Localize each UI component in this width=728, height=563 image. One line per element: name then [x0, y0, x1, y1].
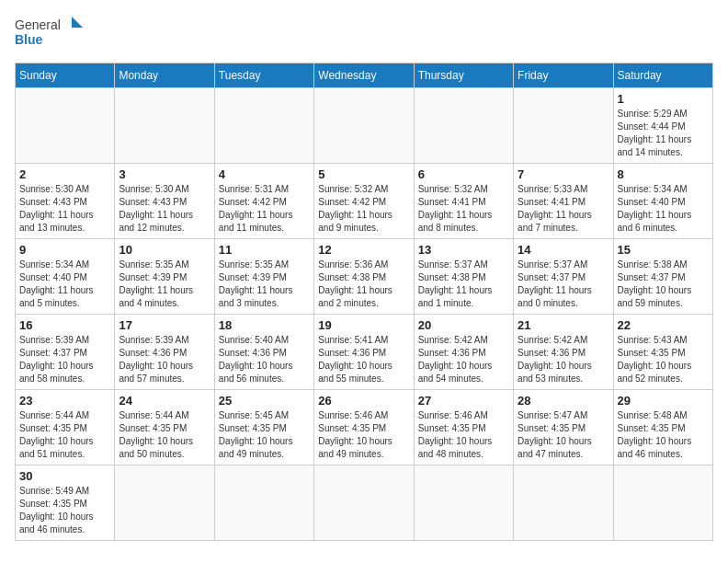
weekday-header-thursday: Thursday	[414, 63, 513, 88]
day-info: Sunrise: 5:44 AM Sunset: 4:35 PM Dayligh…	[19, 409, 110, 461]
calendar-cell: 14Sunrise: 5:37 AM Sunset: 4:37 PM Dayli…	[514, 239, 613, 315]
calendar-cell	[613, 465, 712, 541]
day-number: 24	[119, 394, 210, 408]
day-number: 14	[518, 243, 609, 257]
calendar-cell: 8Sunrise: 5:34 AM Sunset: 4:40 PM Daylig…	[613, 164, 712, 239]
weekday-header-tuesday: Tuesday	[214, 63, 313, 88]
svg-text:Blue: Blue	[15, 32, 43, 47]
day-info: Sunrise: 5:37 AM Sunset: 4:38 PM Dayligh…	[418, 259, 509, 310]
day-number: 7	[518, 167, 609, 181]
day-number: 26	[318, 394, 409, 408]
calendar-cell: 20Sunrise: 5:42 AM Sunset: 4:36 PM Dayli…	[414, 315, 513, 390]
calendar-cell: 30Sunrise: 5:49 AM Sunset: 4:35 PM Dayli…	[16, 465, 115, 541]
calendar-cell	[514, 88, 613, 164]
day-info: Sunrise: 5:31 AM Sunset: 4:42 PM Dayligh…	[219, 183, 310, 235]
weekday-header-friday: Friday	[514, 63, 613, 88]
calendar-cell: 25Sunrise: 5:45 AM Sunset: 4:35 PM Dayli…	[214, 390, 313, 465]
calendar-cell: 4Sunrise: 5:31 AM Sunset: 4:42 PM Daylig…	[214, 164, 313, 239]
calendar-cell	[115, 465, 214, 541]
day-info: Sunrise: 5:39 AM Sunset: 4:36 PM Dayligh…	[119, 334, 210, 385]
day-number: 20	[418, 318, 509, 332]
day-number: 10	[119, 243, 210, 257]
weekday-header-row: SundayMondayTuesdayWednesdayThursdayFrid…	[16, 63, 713, 88]
week-row-2: 2Sunrise: 5:30 AM Sunset: 4:43 PM Daylig…	[16, 164, 713, 239]
day-number: 8	[618, 167, 709, 181]
day-number: 11	[219, 243, 310, 257]
week-row-4: 16Sunrise: 5:39 AM Sunset: 4:37 PM Dayli…	[16, 315, 713, 390]
day-info: Sunrise: 5:47 AM Sunset: 4:35 PM Dayligh…	[518, 409, 609, 461]
day-number: 18	[219, 318, 310, 332]
day-info: Sunrise: 5:35 AM Sunset: 4:39 PM Dayligh…	[219, 259, 310, 310]
day-number: 16	[19, 318, 110, 332]
day-number: 9	[19, 243, 110, 257]
day-info: Sunrise: 5:37 AM Sunset: 4:37 PM Dayligh…	[518, 259, 609, 310]
calendar-cell: 6Sunrise: 5:32 AM Sunset: 4:41 PM Daylig…	[414, 164, 513, 239]
week-row-3: 9Sunrise: 5:34 AM Sunset: 4:40 PM Daylig…	[16, 239, 713, 315]
calendar-cell: 26Sunrise: 5:46 AM Sunset: 4:35 PM Dayli…	[314, 390, 414, 465]
week-row-1: 1Sunrise: 5:29 AM Sunset: 4:44 PM Daylig…	[16, 88, 713, 164]
page-header: General Blue	[15, 15, 713, 53]
day-info: Sunrise: 5:35 AM Sunset: 4:39 PM Dayligh…	[119, 259, 210, 310]
day-info: Sunrise: 5:29 AM Sunset: 4:44 PM Dayligh…	[618, 108, 709, 159]
day-number: 23	[19, 394, 110, 408]
weekday-header-wednesday: Wednesday	[314, 63, 414, 88]
day-info: Sunrise: 5:30 AM Sunset: 4:43 PM Dayligh…	[19, 183, 110, 235]
day-info: Sunrise: 5:33 AM Sunset: 4:41 PM Dayligh…	[518, 183, 609, 235]
calendar-cell: 7Sunrise: 5:33 AM Sunset: 4:41 PM Daylig…	[514, 164, 613, 239]
day-number: 2	[19, 167, 110, 181]
weekday-header-monday: Monday	[115, 63, 214, 88]
generalblue-logo: General Blue	[15, 15, 88, 53]
calendar-cell: 19Sunrise: 5:41 AM Sunset: 4:36 PM Dayli…	[314, 315, 414, 390]
calendar-cell: 5Sunrise: 5:32 AM Sunset: 4:42 PM Daylig…	[314, 164, 414, 239]
day-number: 6	[418, 167, 509, 181]
weekday-header-saturday: Saturday	[613, 63, 712, 88]
calendar-cell: 2Sunrise: 5:30 AM Sunset: 4:43 PM Daylig…	[16, 164, 115, 239]
day-info: Sunrise: 5:38 AM Sunset: 4:37 PM Dayligh…	[618, 259, 709, 310]
svg-text:General: General	[15, 17, 61, 32]
calendar-cell: 10Sunrise: 5:35 AM Sunset: 4:39 PM Dayli…	[115, 239, 214, 315]
day-info: Sunrise: 5:39 AM Sunset: 4:37 PM Dayligh…	[19, 334, 110, 385]
calendar-cell	[16, 88, 115, 164]
day-number: 15	[618, 243, 709, 257]
day-info: Sunrise: 5:32 AM Sunset: 4:41 PM Dayligh…	[418, 183, 509, 235]
calendar-cell: 12Sunrise: 5:36 AM Sunset: 4:38 PM Dayli…	[314, 239, 414, 315]
day-number: 1	[618, 92, 709, 106]
calendar-cell: 13Sunrise: 5:37 AM Sunset: 4:38 PM Dayli…	[414, 239, 513, 315]
day-info: Sunrise: 5:45 AM Sunset: 4:35 PM Dayligh…	[219, 409, 310, 461]
calendar-cell: 22Sunrise: 5:43 AM Sunset: 4:35 PM Dayli…	[613, 315, 712, 390]
calendar-cell: 16Sunrise: 5:39 AM Sunset: 4:37 PM Dayli…	[16, 315, 115, 390]
day-info: Sunrise: 5:41 AM Sunset: 4:36 PM Dayligh…	[318, 334, 409, 385]
day-info: Sunrise: 5:34 AM Sunset: 4:40 PM Dayligh…	[618, 183, 709, 235]
calendar-cell	[314, 465, 414, 541]
calendar-cell: 24Sunrise: 5:44 AM Sunset: 4:35 PM Dayli…	[115, 390, 214, 465]
calendar-cell	[214, 465, 313, 541]
calendar-cell: 27Sunrise: 5:46 AM Sunset: 4:35 PM Dayli…	[414, 390, 513, 465]
day-info: Sunrise: 5:42 AM Sunset: 4:36 PM Dayligh…	[418, 334, 509, 385]
calendar-cell: 28Sunrise: 5:47 AM Sunset: 4:35 PM Dayli…	[514, 390, 613, 465]
calendar-cell	[314, 88, 414, 164]
calendar-cell	[214, 88, 313, 164]
calendar-cell: 29Sunrise: 5:48 AM Sunset: 4:35 PM Dayli…	[613, 390, 712, 465]
calendar-cell	[115, 88, 214, 164]
day-number: 22	[618, 318, 709, 332]
calendar-cell: 1Sunrise: 5:29 AM Sunset: 4:44 PM Daylig…	[613, 88, 712, 164]
day-info: Sunrise: 5:32 AM Sunset: 4:42 PM Dayligh…	[318, 183, 409, 235]
day-info: Sunrise: 5:46 AM Sunset: 4:35 PM Dayligh…	[318, 409, 409, 461]
day-number: 17	[119, 318, 210, 332]
day-info: Sunrise: 5:43 AM Sunset: 4:35 PM Dayligh…	[618, 334, 709, 385]
logo: General Blue	[15, 15, 88, 53]
calendar-cell: 18Sunrise: 5:40 AM Sunset: 4:36 PM Dayli…	[214, 315, 313, 390]
calendar-cell: 3Sunrise: 5:30 AM Sunset: 4:43 PM Daylig…	[115, 164, 214, 239]
day-number: 5	[318, 167, 409, 181]
day-number: 21	[518, 318, 609, 332]
calendar-cell: 11Sunrise: 5:35 AM Sunset: 4:39 PM Dayli…	[214, 239, 313, 315]
day-info: Sunrise: 5:30 AM Sunset: 4:43 PM Dayligh…	[119, 183, 210, 235]
calendar-cell: 21Sunrise: 5:42 AM Sunset: 4:36 PM Dayli…	[514, 315, 613, 390]
calendar-cell: 17Sunrise: 5:39 AM Sunset: 4:36 PM Dayli…	[115, 315, 214, 390]
day-number: 4	[219, 167, 310, 181]
day-number: 30	[19, 469, 110, 483]
day-number: 29	[618, 394, 709, 408]
calendar-cell: 15Sunrise: 5:38 AM Sunset: 4:37 PM Dayli…	[613, 239, 712, 315]
week-row-6: 30Sunrise: 5:49 AM Sunset: 4:35 PM Dayli…	[16, 465, 713, 541]
day-info: Sunrise: 5:49 AM Sunset: 4:35 PM Dayligh…	[19, 485, 110, 536]
